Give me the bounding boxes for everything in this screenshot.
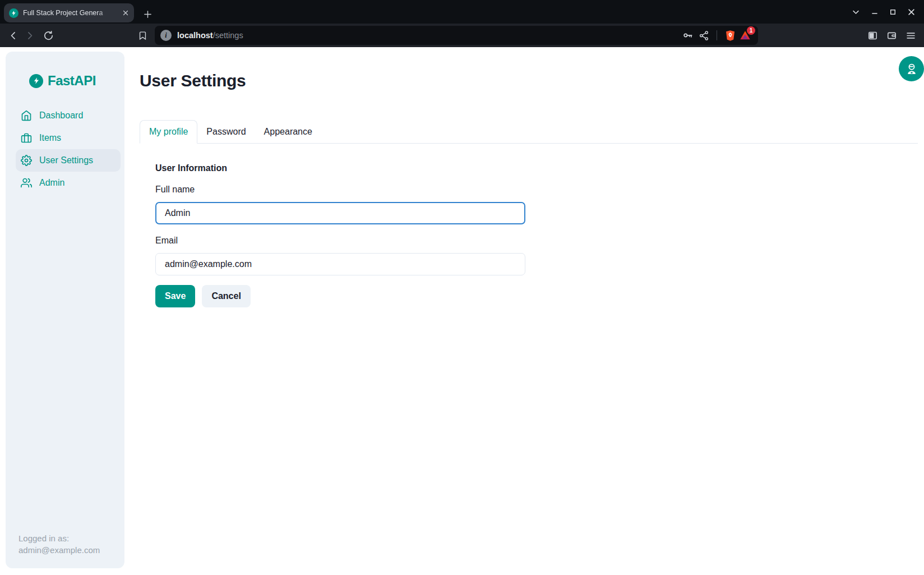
back-icon[interactable] xyxy=(6,27,21,43)
share-icon[interactable] xyxy=(696,27,712,43)
tab-close-icon[interactable] xyxy=(122,10,129,16)
settings-tabs: My profile Password Appearance xyxy=(140,120,918,144)
window-controls xyxy=(847,0,924,24)
full-name-label: Full name xyxy=(155,185,525,195)
toolbar-right-cluster xyxy=(865,27,918,43)
toolbar-divider xyxy=(717,30,717,40)
full-name-input[interactable] xyxy=(155,202,525,224)
close-window-icon[interactable] xyxy=(902,0,921,24)
main-content: User Settings My profile Password Appear… xyxy=(140,47,918,307)
section-title: User Information xyxy=(155,163,525,173)
tab-appearance[interactable]: Appearance xyxy=(255,120,321,143)
email-label: Email xyxy=(155,236,525,246)
fastapi-favicon-icon xyxy=(9,8,19,18)
sidebar-toggle-icon[interactable] xyxy=(865,27,880,43)
sidebar-item-user-settings[interactable]: User Settings xyxy=(16,149,121,172)
tab-password[interactable]: Password xyxy=(197,120,255,143)
reload-icon[interactable] xyxy=(40,27,56,43)
wallet-icon[interactable] xyxy=(884,27,899,43)
brave-rewards-icon[interactable]: 1 xyxy=(738,28,752,43)
url-host: localhost xyxy=(177,31,213,40)
fastapi-bolt-icon xyxy=(29,74,43,88)
minimize-icon[interactable] xyxy=(865,0,884,24)
sidebar-item-items[interactable]: Items xyxy=(16,127,121,149)
gear-icon xyxy=(21,155,32,166)
maximize-icon[interactable] xyxy=(884,0,902,24)
email-input[interactable] xyxy=(155,253,525,275)
save-button[interactable]: Save xyxy=(155,285,195,307)
cancel-button[interactable]: Cancel xyxy=(202,285,250,307)
browser-titlebar: Full Stack Project Genera xyxy=(0,0,924,24)
browser-toolbar: i localhost /settings 1 xyxy=(0,24,924,47)
sidebar-item-label: Items xyxy=(39,133,61,143)
app-page: FastAPI Dashboard Items User Settings xyxy=(0,47,924,575)
tab-search-icon[interactable] xyxy=(847,0,865,24)
fastapi-logo: FastAPI xyxy=(6,52,124,89)
page-title: User Settings xyxy=(140,71,918,91)
users-icon xyxy=(21,177,32,188)
site-info-icon[interactable]: i xyxy=(160,30,172,41)
browser-window: Full Stack Project Genera xyxy=(0,0,924,575)
user-information-form: User Information Full name Email Save Ca… xyxy=(155,163,525,307)
sidebar-nav: Dashboard Items User Settings Admin xyxy=(6,104,124,194)
sidebar: FastAPI Dashboard Items User Settings xyxy=(6,52,124,568)
tab-title: Full Stack Project Genera xyxy=(23,9,118,17)
brave-shield-icon[interactable] xyxy=(722,27,738,43)
bookmark-icon[interactable] xyxy=(135,27,150,43)
tab-my-profile[interactable]: My profile xyxy=(140,120,197,144)
key-icon[interactable] xyxy=(680,27,696,43)
logo-text: FastAPI xyxy=(48,73,96,89)
sidebar-item-admin[interactable]: Admin xyxy=(16,172,121,194)
briefcase-icon xyxy=(21,132,32,144)
browser-tab[interactable]: Full Stack Project Genera xyxy=(4,3,134,22)
logged-in-label: Logged in as: xyxy=(19,532,100,544)
forward-icon[interactable] xyxy=(21,27,37,43)
home-icon xyxy=(21,110,32,121)
url-path: /settings xyxy=(213,31,243,40)
menu-icon[interactable] xyxy=(903,27,918,43)
sidebar-item-dashboard[interactable]: Dashboard xyxy=(16,104,121,127)
sidebar-item-label: User Settings xyxy=(39,155,93,165)
new-tab-button[interactable] xyxy=(143,10,153,19)
rewards-badge: 1 xyxy=(747,26,755,35)
sidebar-item-label: Dashboard xyxy=(39,111,83,121)
sidebar-item-label: Admin xyxy=(39,178,64,188)
url-bar[interactable]: i localhost /settings 1 xyxy=(155,26,758,45)
form-actions: Save Cancel xyxy=(155,285,525,307)
logged-in-as: Logged in as: admin@example.com xyxy=(19,532,100,556)
logged-in-email: admin@example.com xyxy=(19,544,100,556)
